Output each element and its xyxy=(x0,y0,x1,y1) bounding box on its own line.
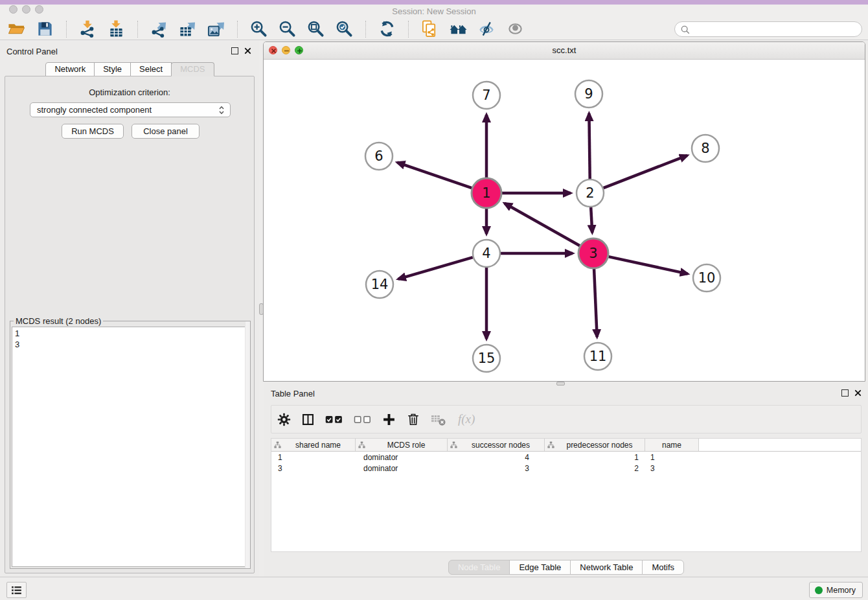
graph-edge-3-10[interactable] xyxy=(608,257,687,274)
network-view-window: scc.txt 7968124314101511 xyxy=(263,41,865,382)
graph-node-4[interactable]: 4 xyxy=(473,240,500,267)
close-panel-button[interactable]: Close panel xyxy=(131,124,200,139)
zoom-fit-button[interactable] xyxy=(307,20,325,38)
float-table-panel-icon[interactable] xyxy=(841,389,849,397)
table-cell[interactable]: 1 xyxy=(271,453,356,462)
column-header-shared-name[interactable]: shared name xyxy=(271,439,356,451)
graph-node-11[interactable]: 11 xyxy=(584,343,611,370)
column-header-mcds-role[interactable]: MCDS role xyxy=(356,439,448,451)
graph-node-9[interactable]: 9 xyxy=(575,80,602,108)
graph-edge-4-14[interactable] xyxy=(398,257,473,279)
graph-node-label: 4 xyxy=(482,246,490,261)
table-cell[interactable]: 3 xyxy=(645,464,699,473)
deselect-all-button[interactable] xyxy=(354,415,372,424)
bird-eye-view-button[interactable] xyxy=(507,20,524,38)
criterion-select[interactable]: strongly connected component xyxy=(30,102,231,117)
column-layout-button[interactable] xyxy=(301,413,315,426)
save-session-button[interactable] xyxy=(36,20,54,38)
refresh-view-button[interactable] xyxy=(378,20,396,38)
tab-select[interactable]: Select xyxy=(130,62,172,76)
tab-motifs[interactable]: Motifs xyxy=(642,560,684,575)
delete-table-button[interactable] xyxy=(431,412,446,426)
memory-button[interactable]: Memory xyxy=(809,582,863,598)
table-cell[interactable]: dominator xyxy=(356,464,448,473)
clone-network-icon xyxy=(421,20,439,38)
add-row-button[interactable] xyxy=(382,413,396,426)
graph-node-6[interactable]: 6 xyxy=(365,143,393,170)
task-history-button[interactable] xyxy=(6,582,27,598)
zoom-fit-icon xyxy=(307,20,325,38)
menubar-accent-strip xyxy=(0,0,868,5)
graphics-details-button[interactable] xyxy=(478,20,496,38)
table-toolbar: f(x) xyxy=(271,405,862,433)
function-builder-button[interactable]: f(x) xyxy=(458,412,475,426)
select-all-button[interactable] xyxy=(325,415,343,424)
table-cell[interactable]: 1 xyxy=(545,453,645,462)
export-table-icon xyxy=(179,20,196,38)
run-mcds-button[interactable]: Run MCDS xyxy=(62,124,124,139)
graph-node-8[interactable]: 8 xyxy=(692,135,719,162)
result-scrollbar[interactable] xyxy=(245,321,250,568)
zoom-in-button[interactable] xyxy=(250,20,268,38)
memory-label: Memory xyxy=(827,586,856,595)
horizontal-splitter-handle[interactable] xyxy=(556,382,565,386)
clone-network-button[interactable] xyxy=(421,20,439,38)
tab-network[interactable]: Network xyxy=(45,62,95,76)
float-panel-icon[interactable] xyxy=(231,47,238,54)
tab-style[interactable]: Style xyxy=(94,62,131,76)
column-header-predecessor-nodes[interactable]: predecessor nodes xyxy=(545,439,645,451)
export-network-button[interactable] xyxy=(150,20,168,38)
export-image-button[interactable] xyxy=(207,20,225,38)
graph-edge-2-3[interactable] xyxy=(591,207,592,233)
delete-row-button[interactable] xyxy=(406,412,420,426)
graph-edge-2-9[interactable] xyxy=(589,113,589,179)
graph-edge-1-6[interactable] xyxy=(397,163,472,188)
table-cell[interactable]: 1 xyxy=(645,453,699,462)
column-header-name[interactable]: name xyxy=(645,439,699,451)
zoom-selected-button[interactable] xyxy=(336,20,353,38)
close-table-panel-icon[interactable] xyxy=(854,389,862,397)
column-header-successor-nodes[interactable]: successor nodes xyxy=(448,439,545,451)
import-network-icon xyxy=(79,20,97,38)
graph-node-7[interactable]: 7 xyxy=(473,82,500,109)
graph-edge-3-11[interactable] xyxy=(594,269,597,337)
zoom-in-icon xyxy=(250,20,268,38)
tab-node-table[interactable]: Node Table xyxy=(448,560,510,575)
graph-node-3[interactable]: 3 xyxy=(578,238,608,268)
graph-node-10[interactable]: 10 xyxy=(693,264,720,292)
tab-mcds[interactable]: MCDS xyxy=(171,62,214,76)
column-header-label: shared name xyxy=(281,441,355,450)
open-folder-button[interactable] xyxy=(8,20,25,38)
export-image-icon xyxy=(207,20,225,38)
export-table-button[interactable] xyxy=(179,20,196,38)
table-cell[interactable]: dominator xyxy=(356,453,448,462)
zoom-out-button[interactable] xyxy=(279,20,296,38)
graph-node-15[interactable]: 15 xyxy=(473,345,500,372)
search-input[interactable] xyxy=(693,23,862,36)
table-cell[interactable]: 3 xyxy=(448,464,545,473)
graph-node-2[interactable]: 2 xyxy=(577,179,604,207)
home-view-button[interactable] xyxy=(450,20,467,38)
table-cell[interactable]: 2 xyxy=(545,464,645,473)
toolbar-separator xyxy=(237,21,238,38)
graph-edge-2-8[interactable] xyxy=(604,156,688,188)
graph-edge-3-1[interactable] xyxy=(505,203,580,246)
table-panel-tabs: Node TableEdge TableNetwork TableMotifs xyxy=(264,560,868,575)
toolbar-search-box[interactable] xyxy=(674,21,862,37)
tab-network-table[interactable]: Network Table xyxy=(570,560,643,575)
graph-node-14[interactable]: 14 xyxy=(366,271,393,298)
table-row[interactable]: 3dominator323 xyxy=(271,463,861,474)
graph-node-1[interactable]: 1 xyxy=(472,178,501,208)
table-cell[interactable]: 3 xyxy=(271,464,356,473)
control-panel-title: Control Panel xyxy=(6,47,58,56)
close-panel-icon[interactable] xyxy=(244,47,251,54)
table-row[interactable]: 1dominator411 xyxy=(271,452,861,463)
tab-edge-table[interactable]: Edge Table xyxy=(509,560,571,575)
table-cell[interactable]: 4 xyxy=(448,453,545,462)
settings-gear-button[interactable] xyxy=(277,413,291,426)
network-window-titlebar[interactable]: scc.txt xyxy=(264,42,865,60)
network-canvas[interactable]: 7968124314101511 xyxy=(264,59,865,381)
import-network-button[interactable] xyxy=(79,20,97,38)
node-table[interactable]: shared nameMCDS rolesuccessor nodesprede… xyxy=(271,438,862,552)
import-table-button[interactable] xyxy=(108,20,125,38)
